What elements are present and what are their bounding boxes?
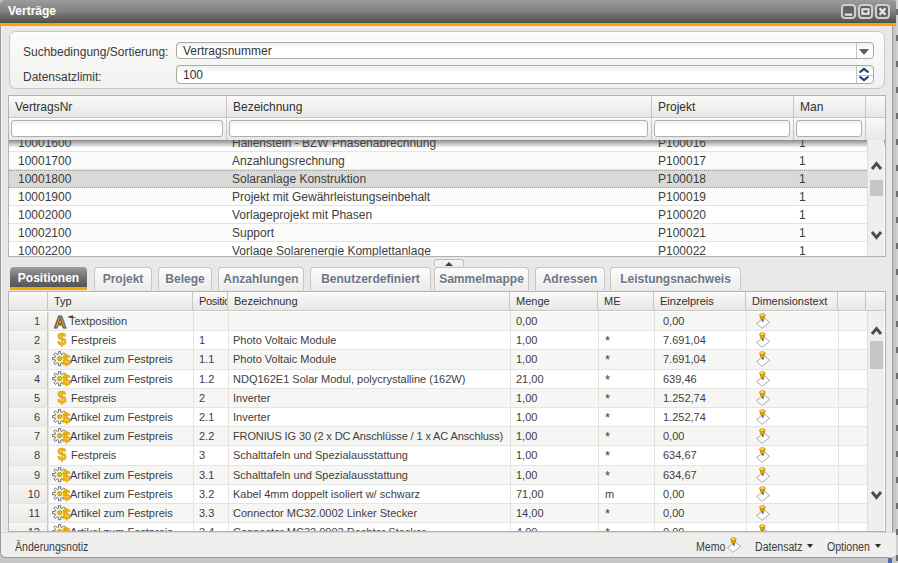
svg-text:A: A (54, 313, 66, 330)
